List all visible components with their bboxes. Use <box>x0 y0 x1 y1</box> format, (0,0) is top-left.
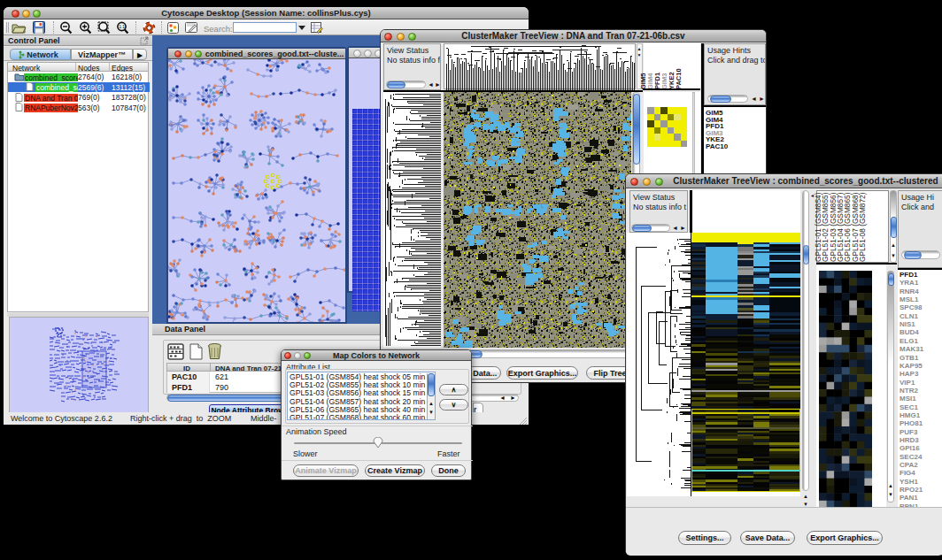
svg-text:1:1: 1:1 <box>119 24 125 29</box>
